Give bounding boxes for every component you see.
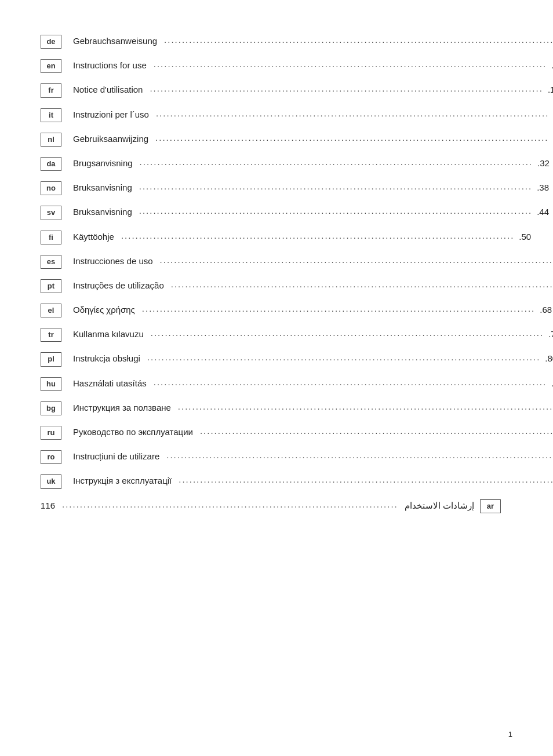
toc-row: noBruksanvisning........................… <box>41 181 512 195</box>
toc-row: daBrugsanvisning........................… <box>41 157 512 171</box>
lang-badge: hu <box>41 377 61 391</box>
toc-entry: Gebrauchsanweisung......................… <box>73 36 553 46</box>
toc-page: .14 <box>548 85 553 94</box>
toc-title: Οδηγίες χρήσης <box>73 305 135 315</box>
toc-title: Bruksanvisning <box>73 182 132 192</box>
lang-badge: es <box>41 255 61 269</box>
toc-row: roInstrucțiuni de utilizare.............… <box>41 450 512 464</box>
toc-entry: Οδηγίες χρήσης..........................… <box>73 305 552 315</box>
toc-row: huHasználati utasítás...................… <box>41 377 512 391</box>
lang-badge: ro <box>41 450 61 464</box>
toc-dots: ........................................… <box>150 83 543 93</box>
toc-title: Руководство по эксплуатации <box>73 427 193 437</box>
toc-dots: ........................................… <box>200 426 553 436</box>
toc-title: Инструкция за ползване <box>73 403 171 412</box>
toc-dots: ........................................… <box>178 401 553 411</box>
toc-dots: ........................................… <box>140 157 533 167</box>
toc-row: esInstrucciones de uso..................… <box>41 255 512 269</box>
toc-entry: Használati utasítás.....................… <box>73 378 553 388</box>
toc-dots: ........................................… <box>160 255 553 265</box>
toc-entry: Käyttöohje..............................… <box>73 232 531 242</box>
toc-dots: ........................................… <box>142 304 535 313</box>
toc-dots-ar: ........................................… <box>62 499 398 509</box>
page-number: 1 <box>508 730 512 739</box>
toc-title: Brugsanvisning <box>73 158 133 168</box>
toc-title: Instructions for use <box>73 60 147 70</box>
toc-dots: ........................................… <box>166 450 553 460</box>
toc-title: Käyttöohje <box>73 232 114 242</box>
toc-row: ukІнструкція з експлуатації.............… <box>41 474 512 488</box>
toc-title: Instrucciones de uso <box>73 256 153 266</box>
toc-dots: ........................................… <box>154 377 547 387</box>
toc-title: Instrukcja obsługi <box>73 353 140 363</box>
toc-entry: Инструкция за ползване..................… <box>73 403 553 412</box>
toc-entry: Brugsanvisning..........................… <box>73 158 550 168</box>
lang-badge: pl <box>41 352 61 366</box>
toc-row: ruРуководство по эксплуатации...........… <box>41 426 512 440</box>
toc-dots: ........................................… <box>155 133 548 143</box>
lang-badge: it <box>41 108 61 122</box>
lang-badge: da <box>41 157 61 171</box>
toc-row: itInstruzioni per l´uso.................… <box>41 108 512 122</box>
toc-entry: Instrucciones de uso....................… <box>73 256 553 266</box>
toc-entry: Instruzioni per l´uso...................… <box>73 109 553 119</box>
toc-row: elΟδηγίες χρήσης........................… <box>41 304 512 317</box>
toc-title: Gebruiksaanwijzing <box>73 134 148 144</box>
toc-dots: ........................................… <box>139 206 532 216</box>
toc-row: frNotice d'utilisation..................… <box>41 83 512 97</box>
lang-badge: no <box>41 181 61 195</box>
toc-entry: Gebruiksaanwijzing......................… <box>73 134 553 144</box>
lang-badge: uk <box>41 474 61 488</box>
toc-entry: Instructions for use....................… <box>73 60 553 70</box>
toc-title: Instruções de utilização <box>73 280 164 290</box>
toc-row: fiKäyttöohje............................… <box>41 231 512 244</box>
toc-title: Instrucțiuni de utilizare <box>73 451 159 461</box>
toc-entry: Bruksanvisning..........................… <box>73 207 549 217</box>
toc-dots: ........................................… <box>164 35 553 45</box>
lang-badge: en <box>41 59 61 73</box>
toc-dots: ........................................… <box>154 59 547 69</box>
toc-title: Інструкція з експлуатації <box>73 476 172 485</box>
toc-page-ar: 116 <box>41 501 55 510</box>
toc-dots: ........................................… <box>139 181 532 191</box>
lang-badge: tr <box>41 328 61 342</box>
toc-page: .32 <box>537 158 550 168</box>
toc-entry: Instrukcja obsługi......................… <box>73 353 553 363</box>
lang-badge: sv <box>41 206 61 220</box>
toc-entry: Bruksanvisning..........................… <box>73 182 549 192</box>
toc-entry: Руководство по эксплуатации.............… <box>73 427 553 437</box>
toc-entry: Instrucțiuni de utilizare...............… <box>73 451 553 461</box>
toc-title: Instruzioni per l´uso <box>73 109 149 119</box>
toc-row: plInstrukcja obsługi....................… <box>41 352 512 366</box>
toc-page: .74 <box>548 329 553 339</box>
toc-page: .80 <box>545 353 553 363</box>
lang-badge: de <box>41 35 61 49</box>
toc-title: Gebrauchsanweisung <box>73 36 157 46</box>
toc-dots: ........................................… <box>151 328 544 338</box>
toc-entry: Kullanma kılavuzu.......................… <box>73 329 553 339</box>
toc-dots: ........................................… <box>179 474 553 484</box>
lang-badge: fr <box>41 83 61 97</box>
toc-page: .68 <box>540 305 552 315</box>
toc-row: nlGebruiksaanwijzing....................… <box>41 133 512 147</box>
toc-title: Notice d'utilisation <box>73 85 143 94</box>
toc-title: Használati utasítás <box>73 378 147 388</box>
toc-dots: ........................................… <box>156 108 549 118</box>
lang-badge: bg <box>41 401 61 415</box>
toc-page: .38 <box>537 182 549 192</box>
lang-badge: el <box>41 304 61 317</box>
toc-row: deGebrauchsanweisung....................… <box>41 35 512 49</box>
toc-title: Bruksanvisning <box>73 207 132 217</box>
toc-entry: Notice d'utilisation....................… <box>73 85 553 94</box>
toc-entry: Instruções de utilização................… <box>73 280 553 290</box>
toc-row: trKullanma kılavuzu.....................… <box>41 328 512 342</box>
toc-row: bgИнструкция за ползване................… <box>41 401 512 415</box>
toc-row: svBruksanvisning........................… <box>41 206 512 220</box>
toc-dots: ........................................… <box>171 279 553 289</box>
toc-row-ar: 116.....................................… <box>41 499 512 513</box>
lang-badge-ar: ar <box>480 499 501 513</box>
toc-page: .44 <box>537 207 549 217</box>
toc-title-ar: إرشادات الاستخدام <box>405 501 474 511</box>
toc-dots: ........................................… <box>147 352 540 362</box>
lang-badge: ru <box>41 426 61 440</box>
